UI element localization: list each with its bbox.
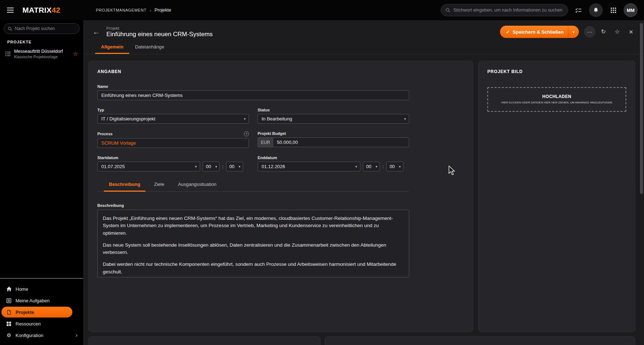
startdatum-hour: 00 [206, 164, 213, 169]
detail-tabs: Allgemein Dateianhänge [83, 41, 644, 54]
more-actions-icon[interactable]: ⋯ [584, 26, 596, 38]
bell-icon [593, 7, 599, 13]
beschreibung-paragraph: Dabei werden nicht nur technische Kompon… [103, 261, 404, 276]
typ-select[interactable]: IT / Digitalisierungsprojekt ▾ [97, 114, 249, 124]
topbar: MATRIX42 PROJEKTMANAGEMENT › Projekte MM [0, 0, 644, 20]
sidebar-nav: Home Meine Aufgaben Projekte Ressourcen … [0, 278, 83, 345]
project-search-input[interactable] [15, 26, 76, 31]
startdatum-minute: 00 [229, 164, 237, 169]
tab-allgemein[interactable]: Allgemein [95, 41, 129, 54]
sidebar-item-konfiguration[interactable]: ⚙ Konfiguration › [0, 330, 83, 341]
project-name: Messeauftritt Düsseldorf [14, 49, 63, 54]
favorite-toolbar-star-icon[interactable]: ☆ [611, 26, 623, 38]
field-budget: Projekt Budget EUR [258, 131, 409, 148]
status-label: Status [258, 108, 409, 112]
beschreibung-editor[interactable]: Das Projekt „Einführung eines neuen CRM-… [97, 210, 409, 277]
app-launcher-grid-icon[interactable] [606, 3, 620, 17]
sidebar-project-item[interactable]: Messeauftritt Düsseldorf Klassische Proj… [0, 46, 83, 61]
caret-down-icon: ▾ [404, 117, 406, 121]
startdatum-hour-select[interactable]: 00 ▾ [203, 162, 220, 171]
prozess-input[interactable] [97, 138, 249, 148]
save-button-label: Speichern & Schließen [513, 29, 564, 35]
upload-hint: HIER KLICKEN ODER DATEIEN HIER HER ZIEHE… [501, 101, 612, 105]
content-area: ANGABEN Name Typ IT / Digitalisierungspr… [83, 54, 644, 332]
field-enddatum: Enddatum 01.12.2026 ▾ 00 ▾ : [258, 156, 409, 171]
back-arrow-icon[interactable]: ← [91, 27, 101, 37]
notifications-bell-icon[interactable] [589, 3, 603, 17]
logo-text-primary: MATRIX [22, 6, 52, 14]
matrix42-logo[interactable]: MATRIX42 [22, 6, 60, 14]
vertical-scrollbar[interactable] [640, 22, 643, 343]
caret-down-icon: ▾ [355, 165, 357, 169]
breadcrumb-separator-icon: › [150, 8, 151, 13]
subtab-ziele[interactable]: Ziele [149, 182, 169, 192]
subtab-beschreibung[interactable]: Beschreibung [104, 182, 145, 192]
gear-icon: ⚙ [6, 333, 12, 338]
caret-down-icon: ▾ [244, 117, 246, 121]
status-select[interactable]: In Bearbeitung ▾ [258, 114, 409, 124]
row-prozess-budget: Prozess ? Projekt Budget EUR [97, 131, 409, 148]
row-dates: Startdatum 01.07.2025 ▾ 00 ▾ [97, 156, 409, 171]
search-icon [8, 26, 12, 31]
time-separator: : [222, 164, 224, 169]
field-prozess: Prozess ? [97, 131, 249, 148]
sidebar-item-ressourcen[interactable]: Ressourcen [0, 318, 83, 329]
name-input[interactable] [97, 90, 409, 100]
time-separator: : [382, 164, 384, 169]
sidebar: PROJEKTE Messeauftritt Düsseldorf Klassi… [0, 20, 83, 345]
sidebar-item-label: Home [16, 286, 28, 292]
tab-dateianhaenge[interactable]: Dateianhänge [129, 41, 170, 54]
sidebar-item-meine-aufgaben[interactable]: Meine Aufgaben [0, 295, 83, 306]
angaben-card: ANGABEN Name Typ IT / Digitalisierungspr… [88, 61, 473, 332]
user-avatar[interactable]: MM [624, 3, 637, 17]
sidebar-item-label: Ressourcen [16, 321, 41, 327]
breadcrumb-section[interactable]: PROJEKTMANAGEMENT [96, 8, 147, 12]
logo-text-accent: 42 [52, 6, 60, 14]
prozess-label: Prozess [97, 132, 113, 136]
home-icon [6, 286, 12, 292]
enddatum-hour: 00 [366, 164, 373, 169]
enddatum-row: 01.12.2026 ▾ 00 ▾ : 00 ▾ [258, 162, 409, 171]
breadcrumb-page[interactable]: Projekte [154, 8, 171, 13]
help-icon[interactable]: ? [244, 131, 249, 136]
image-upload-dropzone[interactable]: HOCHLADEN HIER KLICKEN ODER DATEIEN HIER… [487, 87, 626, 112]
sidebar-item-label: Projekte [16, 310, 34, 315]
hamburger-menu-icon[interactable] [3, 3, 17, 17]
checklist-icon [575, 8, 582, 13]
project-item-texts: Messeauftritt Düsseldorf Klassische Proj… [14, 49, 63, 59]
beschreibung-label: Beschreibung [97, 203, 409, 208]
project-search[interactable] [4, 23, 80, 34]
save-caret-down-icon[interactable]: ▾ [568, 30, 579, 34]
enddatum-minute-select[interactable]: 00 ▾ [386, 162, 403, 171]
save-and-close-button[interactable]: ✓ Speichern & Schließen ▾ [500, 26, 579, 38]
close-icon[interactable]: × [625, 26, 637, 38]
chevron-right-icon: › [76, 332, 77, 338]
enddatum-date-select[interactable]: 01.12.2026 ▾ [258, 162, 360, 171]
sidebar-item-home[interactable]: Home [0, 284, 83, 294]
scrollbar-thumb[interactable] [640, 23, 643, 194]
card-title-projekt-bild: PROJEKT BILD [487, 69, 626, 74]
record-type-kicker: Projekt [106, 26, 213, 30]
refresh-icon[interactable]: ↻ [598, 26, 609, 38]
global-search[interactable] [441, 4, 568, 16]
detail-header: ← Projekt Einführung eines neuen CRM-Sys… [83, 20, 644, 41]
caret-down-icon: ▾ [376, 165, 377, 169]
startdatum-minute-select[interactable]: 00 ▾ [226, 162, 243, 171]
favorite-star-icon[interactable]: ☆ [73, 51, 78, 57]
startdatum-label: Startdatum [97, 156, 249, 160]
breadcrumb: PROJEKTMANAGEMENT › Projekte [96, 8, 171, 13]
title-block: Projekt Einführung eines neuen CRM-Syste… [106, 26, 213, 38]
budget-input[interactable] [273, 137, 409, 147]
save-button-main[interactable]: ✓ Speichern & Schließen [500, 29, 568, 35]
beschreibung-paragraph: Das Projekt „Einführung eines neuen CRM-… [103, 215, 404, 237]
startdatum-row: 01.07.2025 ▾ 00 ▾ : 00 ▾ [97, 162, 249, 171]
field-status: Status In Bearbeitung ▾ [258, 108, 409, 124]
enddatum-hour-select[interactable]: 00 ▾ [363, 162, 380, 171]
startdatum-date-select[interactable]: 01.07.2025 ▾ [97, 162, 200, 171]
tasks-checklist-icon[interactable] [572, 3, 585, 17]
enddatum-value: 01.12.2026 [262, 164, 353, 169]
subtab-ausgangssituation[interactable]: Ausgangssituation [173, 182, 221, 192]
global-search-input[interactable] [453, 8, 563, 13]
sidebar-item-projekte[interactable]: Projekte [1, 307, 72, 318]
currency-prefix: EUR [258, 137, 273, 147]
